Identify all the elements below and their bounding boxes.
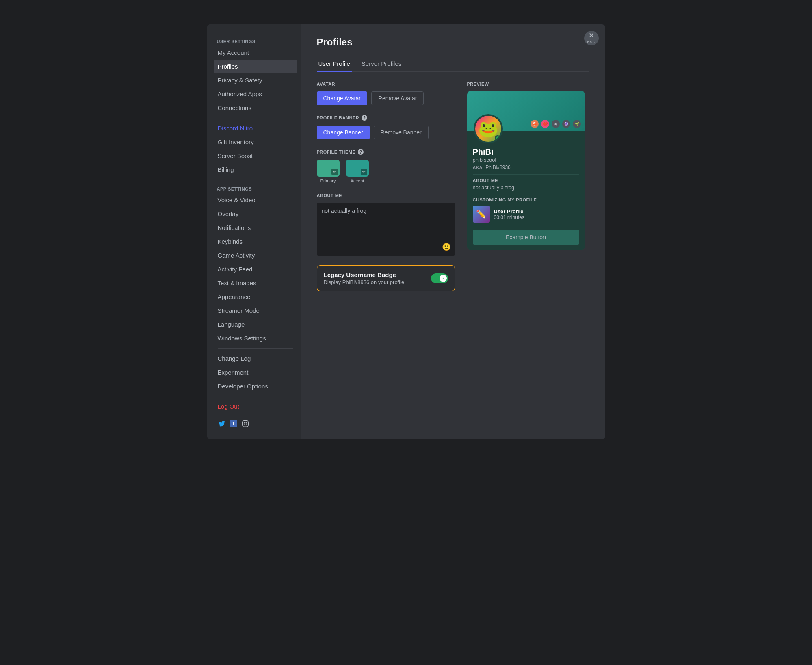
sidebar-item-experiment[interactable]: Experiment (214, 366, 297, 379)
sidebar-item-game-activity[interactable]: Game Activity (214, 249, 297, 262)
tab-user-profile[interactable]: User Profile (317, 56, 352, 72)
badge-4: 🔮 (562, 120, 570, 128)
avatar-emoji: 🐸 (478, 119, 498, 139)
profile-avatar-wrap: 🐸 (474, 114, 503, 143)
activity-time: 00:01 minutes (494, 214, 579, 220)
sidebar-item-discord-nitro[interactable]: Discord Nitro (214, 121, 297, 135)
primary-edit-icon: ✏ (331, 169, 338, 175)
sidebar-item-notifications[interactable]: Notifications (214, 221, 297, 234)
instagram-icon[interactable] (241, 420, 249, 428)
sidebar-item-log-out[interactable]: Log Out (214, 400, 297, 413)
example-button[interactable]: Example Button (473, 230, 579, 245)
close-button[interactable]: ✕ ESC (584, 31, 599, 45)
sidebar-item-text-images[interactable]: Text & Images (214, 276, 297, 290)
sidebar-divider-2 (218, 180, 293, 180)
sidebar-item-activity-feed[interactable]: Activity Feed (214, 262, 297, 276)
legacy-badge-description: Display PhiBi#8936 on your profile. (324, 279, 406, 285)
settings-modal: USER SETTINGS My Account Profiles Privac… (207, 24, 605, 439)
toggle-knob: ✓ (440, 275, 447, 282)
card-about-me-text: not actually a frog (473, 184, 579, 191)
sidebar-item-streamer-mode[interactable]: Streamer Mode (214, 304, 297, 317)
about-me-input[interactable]: not actually a frog (322, 208, 438, 248)
app-settings-label: APP SETTINGS (214, 183, 297, 193)
sidebar-item-my-account[interactable]: My Account (214, 46, 297, 59)
card-about-me-label: ABOUT ME (473, 178, 579, 183)
primary-swatch[interactable]: ✏ (317, 160, 340, 177)
right-col: PREVIEW 🐸 🍄 ❤️ (467, 82, 589, 291)
profile-theme-section: PROFILE THEME ? ✏ Primary (317, 149, 455, 183)
profile-body: PhiBi phibiscool AKA PhiBi#8936 ABOUT ME… (467, 131, 585, 250)
sidebar-item-keybinds[interactable]: Keybinds (214, 235, 297, 248)
profile-theme-info-icon[interactable]: ? (358, 149, 364, 155)
profile-username: phibiscool (473, 157, 579, 163)
sidebar-item-authorized-apps[interactable]: Authorized Apps (214, 87, 297, 101)
profile-theme-header: PROFILE THEME ? (317, 149, 455, 155)
avatar: 🐸 (474, 114, 503, 143)
profile-aka: AKA PhiBi#8936 (473, 165, 579, 170)
activity-thumb: ✏️ (473, 206, 490, 223)
accent-swatch[interactable]: ✏ (346, 160, 369, 177)
profile-display-name: PhiBi (473, 147, 579, 157)
profile-banner-section: PROFILE BANNER ? Change Banner Remove Ba… (317, 115, 455, 139)
aka-label: AKA (473, 165, 483, 170)
sidebar-item-gift-inventory[interactable]: Gift Inventory (214, 135, 297, 149)
profile-banner: 🐸 🍄 ❤️ ✖ 🔮 🌱 (467, 91, 585, 131)
sidebar-divider-1 (218, 118, 293, 118)
badge-2: ❤️ (541, 120, 549, 128)
about-me-section: ABOUT ME not actually a frog 🙂 (317, 193, 455, 256)
about-me-header: ABOUT ME (317, 193, 455, 198)
page-title: Profiles (317, 37, 589, 48)
sidebar-item-profiles[interactable]: Profiles (214, 60, 297, 73)
legacy-badge-title: Legacy Username Badge (324, 271, 406, 278)
sidebar: USER SETTINGS My Account Profiles Privac… (207, 24, 301, 439)
sidebar-item-change-log[interactable]: Change Log (214, 352, 297, 365)
user-settings-label: USER SETTINGS (214, 36, 297, 45)
profile-banner-header: PROFILE BANNER ? (317, 115, 455, 121)
card-divider-1 (473, 174, 579, 175)
activity-info: User Profile 00:01 minutes (494, 208, 579, 220)
profile-card: 🐸 🍄 ❤️ ✖ 🔮 🌱 (467, 91, 585, 250)
social-icons: f (214, 416, 297, 431)
tabs: User Profile Server Profiles (317, 56, 589, 72)
status-dot (495, 135, 500, 141)
left-col: AVATAR Change Avatar Remove Avatar PROFI… (317, 82, 455, 291)
sidebar-item-windows-settings[interactable]: Windows Settings (214, 331, 297, 345)
twitter-icon[interactable] (218, 420, 226, 428)
sidebar-item-connections[interactable]: Connections (214, 101, 297, 115)
facebook-icon[interactable]: f (230, 420, 237, 427)
app-container: USER SETTINGS My Account Profiles Privac… (0, 0, 812, 665)
legacy-badge-info: Legacy Username Badge Display PhiBi#8936… (324, 271, 406, 285)
about-me-input-wrap: not actually a frog 🙂 (317, 203, 455, 256)
banner-buttons: Change Banner Remove Banner (317, 126, 455, 139)
avatar-section: AVATAR Change Avatar Remove Avatar (317, 82, 455, 105)
sidebar-item-voice-video[interactable]: Voice & Video (214, 193, 297, 207)
primary-swatch-wrap: ✏ Primary (317, 160, 340, 183)
aka-value: PhiBi#8936 (485, 165, 510, 170)
emoji-picker-button[interactable]: 🙂 (442, 243, 451, 251)
badge-3: ✖ (552, 120, 560, 128)
sidebar-item-language[interactable]: Language (214, 318, 297, 331)
sidebar-item-server-boost[interactable]: Server Boost (214, 149, 297, 162)
customizing-label: CUSTOMIZING MY PROFILE (473, 197, 579, 202)
accent-swatch-wrap: ✏ Accent (346, 160, 369, 183)
change-avatar-button[interactable]: Change Avatar (317, 91, 367, 105)
profile-banner-info-icon[interactable]: ? (362, 115, 367, 121)
tab-server-profiles[interactable]: Server Profiles (360, 56, 403, 72)
card-divider-2 (473, 194, 579, 194)
close-x-icon: ✕ (589, 32, 594, 39)
sidebar-item-billing[interactable]: Billing (214, 163, 297, 176)
legacy-badge-toggle[interactable]: ✓ (431, 273, 448, 283)
sidebar-item-developer-options[interactable]: Developer Options (214, 379, 297, 393)
avatar-buttons: Change Avatar Remove Avatar (317, 91, 455, 105)
sidebar-divider-3 (218, 348, 293, 349)
change-banner-button[interactable]: Change Banner (317, 126, 370, 139)
profile-badges: 🍄 ❤️ ✖ 🔮 🌱 (531, 120, 581, 128)
remove-banner-button[interactable]: Remove Banner (374, 126, 429, 139)
sidebar-item-overlay[interactable]: Overlay (214, 207, 297, 221)
sidebar-item-privacy-safety[interactable]: Privacy & Safety (214, 74, 297, 87)
accent-label: Accent (346, 178, 369, 183)
remove-avatar-button[interactable]: Remove Avatar (371, 91, 424, 105)
sidebar-item-appearance[interactable]: Appearance (214, 290, 297, 303)
theme-swatches: ✏ Primary ✏ Accent (317, 160, 455, 183)
preview-label: PREVIEW (467, 82, 589, 87)
